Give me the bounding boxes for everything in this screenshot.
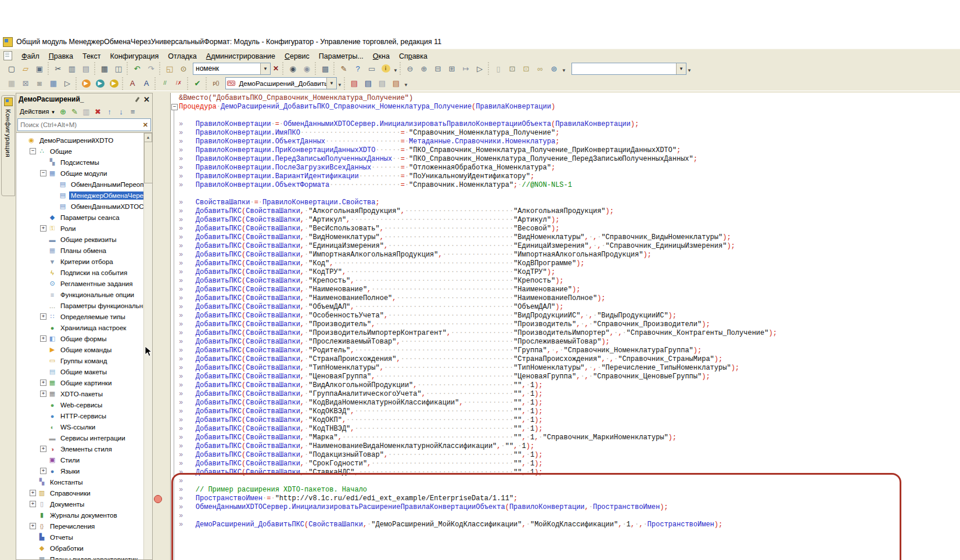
code-line[interactable]: » ПравилоКонвертации·=·ОбменДаннымиXDTOС… bbox=[179, 120, 960, 129]
code-line[interactable]: &Вместо("ДобавитьПКО_Справочник_Номенкла… bbox=[179, 94, 960, 103]
run-client-button[interactable]: ▶ bbox=[107, 78, 120, 89]
find-button[interactable]: ⊙ bbox=[177, 63, 190, 74]
tree-item[interactable]: +▦Общие картинки bbox=[16, 377, 144, 388]
tree-item[interactable]: +⚿Роли bbox=[16, 223, 144, 234]
tree-item[interactable]: ▬Общие реквизиты bbox=[16, 234, 144, 245]
fold-collapse-icon[interactable]: − bbox=[171, 104, 178, 110]
code-line[interactable]: Процедура·ДемоРасширений_ДобавитьПКО_Спр… bbox=[179, 103, 960, 111]
code-line[interactable]: » ДобавитьПКС(СвойстваШапки,·"Производит… bbox=[179, 329, 960, 338]
code-line[interactable]: » ДобавитьПКС(СвойстваШапки,·"ИмпортнаяА… bbox=[179, 251, 960, 259]
copy-item-button[interactable]: ▥ bbox=[81, 106, 92, 117]
code-line[interactable]: » ДобавитьПКС(СвойстваШапки,·"Крепость",… bbox=[179, 277, 960, 286]
tree-item[interactable]: ϟПодписки на события bbox=[16, 267, 144, 278]
window-capture-2-button[interactable]: ⊡ bbox=[520, 63, 533, 74]
tree-item[interactable]: +▦XDTO-пакеты bbox=[16, 388, 144, 399]
tree-item[interactable]: −∴Общие bbox=[16, 146, 144, 157]
tree-expand-icon[interactable]: + bbox=[29, 522, 37, 530]
editor-gutter[interactable] bbox=[153, 93, 171, 560]
tree-item[interactable]: ●Web-сервисы bbox=[16, 399, 144, 410]
tree-item[interactable]: +▥Справочники bbox=[16, 487, 144, 498]
code-line[interactable]: » ДобавитьПКС(СвойстваШапки,·"Марка",···… bbox=[179, 433, 960, 442]
template-doc-button[interactable]: ▭ bbox=[365, 63, 378, 74]
tab-configuration-vertical[interactable]: Конфигурация bbox=[1, 95, 15, 196]
code-line[interactable]: » ДобавитьПКС(СвойстваШапки,·"Наименован… bbox=[179, 286, 960, 294]
run-web-client-button[interactable]: ▶ bbox=[94, 78, 106, 89]
overflow-arrow-icon[interactable]: ▼ bbox=[404, 82, 408, 88]
code-line[interactable]: » ДобавитьПКС(СвойстваШапки,·"Алкогольна… bbox=[179, 207, 960, 216]
run-debug-button[interactable]: ▶ bbox=[80, 78, 92, 89]
code-line[interactable]: » ДобавитьПКС(СвойстваШапки,·"Особенност… bbox=[179, 312, 960, 320]
tree-item[interactable]: +∷Определяемые типы bbox=[16, 311, 144, 322]
code-line[interactable]: » ПравилоКонвертации.ОбъектФормата······… bbox=[179, 181, 960, 190]
tree-item[interactable]: ▭Группы команд bbox=[16, 355, 144, 366]
tree-expand-icon[interactable]: + bbox=[39, 335, 47, 342]
module-combo[interactable]: ▼ bbox=[571, 63, 686, 75]
overflow-arrow-icon[interactable]: ▼ bbox=[687, 68, 692, 73]
collapse-group-button[interactable]: ⊖ bbox=[404, 63, 416, 74]
actions-menu-button[interactable]: Действия ▼ bbox=[18, 107, 57, 116]
table-box-button[interactable]: ▦ bbox=[47, 78, 60, 89]
breakpoint-marker[interactable] bbox=[154, 495, 162, 503]
tree-item[interactable]: ▣Стили bbox=[16, 454, 144, 465]
goto-block-button[interactable]: ↦ bbox=[459, 63, 472, 74]
tree-item[interactable]: ▶Общие команды bbox=[16, 344, 144, 355]
tree-item[interactable]: ▚Подсистемы bbox=[16, 157, 144, 168]
code-line[interactable]: » ДобавитьПКС(СвойстваШапки,·"КодВидаНом… bbox=[179, 399, 960, 407]
menu-item[interactable]: Правка bbox=[44, 51, 78, 62]
menu-item[interactable]: Конфигурация bbox=[105, 51, 163, 62]
menu-item[interactable]: Параметры... bbox=[314, 51, 368, 62]
tree-item[interactable]: …Параметры функциональных опц bbox=[16, 300, 144, 311]
tree-item[interactable]: ▚Константы bbox=[16, 476, 144, 487]
code-editor[interactable]: − &Вместо("ДобавитьПКО_Справочник_Номенк… bbox=[153, 93, 960, 560]
code-line[interactable]: » ДобавитьПКС(СвойстваШапки,·"Артикул",·… bbox=[179, 216, 960, 225]
cut-button[interactable]: ✂ bbox=[52, 63, 64, 74]
tree-expand-icon[interactable]: + bbox=[39, 225, 47, 232]
search-combo-arrow-icon[interactable]: ▼ bbox=[260, 63, 270, 74]
code-line[interactable]: » ДобавитьПКС(СвойстваШапки,·"ЕдиницаИзм… bbox=[179, 242, 960, 251]
tree-item[interactable]: ▬Сервисы интеграции bbox=[16, 432, 144, 443]
menu-item[interactable]: Администрирование bbox=[202, 51, 280, 62]
code-line[interactable]: » ДобавитьПКС(СвойстваШапки,·"Подакцизны… bbox=[179, 451, 960, 460]
tree-item[interactable]: ▙Отчеты bbox=[16, 532, 144, 543]
code-line[interactable]: » ДобавитьПКС(СвойстваШапки,·"Производит… bbox=[179, 320, 960, 329]
save-button[interactable]: ▣ bbox=[33, 63, 46, 74]
code-line[interactable]: » ДобавитьПКС(СвойстваШапки,·"СрокГоднос… bbox=[179, 460, 960, 468]
tree-item[interactable]: ◐WS-ссылки bbox=[16, 421, 144, 432]
code-line[interactable]: » ДобавитьПКС(СвойстваШапки,·"Наименован… bbox=[179, 442, 960, 451]
overflow-arrow-icon[interactable]: ▼ bbox=[562, 68, 566, 73]
paste-button[interactable]: ▤ bbox=[80, 63, 92, 74]
tree-expand-icon[interactable]: + bbox=[39, 445, 47, 453]
undo-button[interactable]: ↶ bbox=[131, 63, 143, 74]
tree-item[interactable]: +▯Документы bbox=[16, 498, 144, 510]
menu-item[interactable]: Окна bbox=[368, 51, 394, 62]
add-button[interactable]: ⊕ bbox=[57, 106, 69, 117]
code-line[interactable]: » ДобавитьПКС(СвойстваШапки,·"Родитель",… bbox=[179, 346, 960, 355]
redo-button[interactable]: ↷ bbox=[145, 63, 157, 74]
tree-item[interactable]: ▮Журналы документов bbox=[16, 510, 144, 521]
scroll-up-icon[interactable]: ▲ bbox=[144, 133, 152, 142]
close-icon[interactable]: ✕ bbox=[143, 95, 150, 104]
new-file-button[interactable]: ▢ bbox=[5, 63, 18, 74]
edit-button[interactable]: ✎ bbox=[69, 106, 81, 117]
uncomment-lines-button[interactable]: /✗ bbox=[172, 78, 185, 89]
collapse-all-button[interactable]: ⊟ bbox=[432, 63, 444, 74]
doc-run-button[interactable]: ▷ bbox=[61, 78, 74, 89]
info-button[interactable]: i bbox=[379, 63, 392, 74]
code-line[interactable]: » ДобавитьПКС(СвойстваШапки,·"СтранаПрои… bbox=[179, 355, 960, 364]
procedure-combo-arrow-icon[interactable]: ▼ bbox=[326, 78, 336, 89]
code-line[interactable]: » ДобавитьПКС(СвойстваШапки,·"ВидАлкогол… bbox=[179, 381, 960, 390]
code-line[interactable]: » ДобавитьПКС(СвойстваШапки,·"КодТРУ",··… bbox=[179, 268, 960, 277]
procedure-combo[interactable]: ПО ДемоРасширений_ДобавитьПК ▼ bbox=[225, 77, 337, 89]
check-syntax-button[interactable]: ✔ bbox=[191, 78, 204, 89]
copy-block-button[interactable]: ▩ bbox=[319, 63, 332, 74]
open-file-button[interactable]: ▱ bbox=[19, 63, 32, 74]
tree-expand-icon[interactable]: + bbox=[39, 379, 47, 386]
code-line[interactable]: » ДобавитьПКС(СвойстваШапки,·"КодОКП",··… bbox=[179, 416, 960, 425]
tree-item[interactable]: +◧Общие формы bbox=[16, 333, 144, 344]
module-combo-arrow-icon[interactable]: ▼ bbox=[676, 63, 686, 74]
tree-expand-icon[interactable]: + bbox=[29, 489, 37, 497]
code-line[interactable]: » ПравилоКонвертации.ПриКонвертацииДанны… bbox=[179, 146, 960, 155]
move-down-button[interactable]: ↓ bbox=[116, 106, 127, 117]
code-line[interactable]: » ДобавитьПКС(СвойстваШапки,·"Наименован… bbox=[179, 294, 960, 303]
overflow-arrow-icon[interactable]: ▼ bbox=[337, 82, 342, 88]
